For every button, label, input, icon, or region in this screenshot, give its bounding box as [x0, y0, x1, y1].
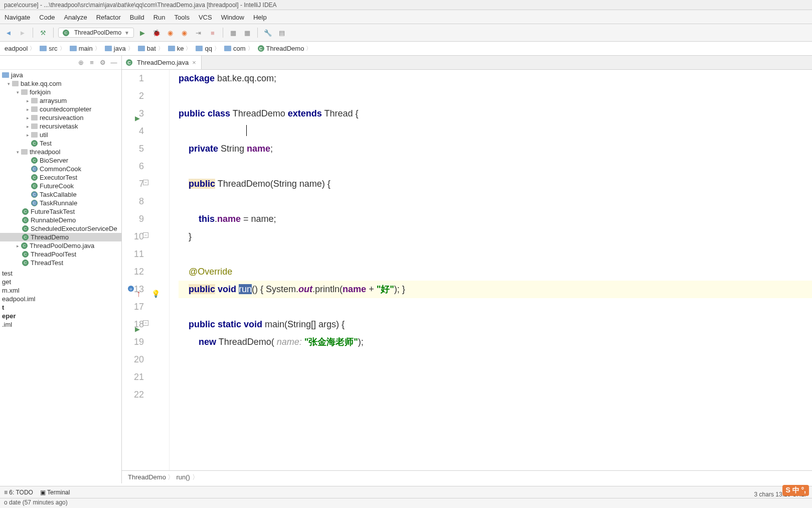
attach-icon[interactable]: ⇥ — [193, 27, 204, 38]
stop-icon[interactable]: ■ — [207, 27, 218, 38]
tree-runnabledemo[interactable]: CRunnableDemo — [0, 216, 121, 224]
locate-icon[interactable]: ⊕ — [76, 58, 85, 67]
menu-refactor[interactable]: Refactor — [92, 12, 125, 22]
menu-code[interactable]: Code — [35, 12, 59, 22]
tree-commoncook[interactable]: CCommonCook — [0, 165, 121, 173]
tree-threadpool[interactable]: ▾threadpool — [0, 148, 121, 156]
menu-run[interactable]: Run — [149, 12, 170, 22]
tree-util[interactable]: ▸util — [0, 131, 121, 139]
tree-bottom-1[interactable]: get — [0, 278, 121, 286]
arrow-down-icon[interactable]: ▾ — [5, 80, 12, 87]
arrow-right-icon[interactable]: ▸ — [24, 123, 31, 130]
tree-bottom-4[interactable]: t — [0, 303, 121, 312]
class-icon: C — [22, 208, 29, 215]
profile-icon[interactable]: ◉ — [179, 27, 190, 38]
gear-icon[interactable]: ⚙ — [98, 58, 107, 67]
tree-bottom-3[interactable]: eadpool.iml — [0, 295, 121, 303]
folder-icon — [196, 46, 203, 51]
crumb-main[interactable]: main — [68, 45, 103, 52]
class-icon: C — [22, 251, 29, 258]
crumb-src[interactable]: src — [38, 45, 68, 52]
menu-help[interactable]: Help — [249, 12, 271, 22]
tree-bioserver[interactable]: CBioServer — [0, 156, 121, 165]
tree-futurecook[interactable]: CFutureCook — [0, 182, 121, 190]
run-icon[interactable]: ▶ — [137, 27, 148, 38]
crumb-java[interactable]: java — [103, 45, 136, 52]
tab-threaddemo[interactable]: C ThreadDemo.java × — [122, 56, 202, 69]
gutter-18: 18▶− — [122, 316, 144, 333]
menu-navigate[interactable]: Navigate — [0, 12, 35, 22]
tree-forkjoin[interactable]: ▾forkjoin — [0, 88, 121, 96]
menu-window[interactable]: Window — [217, 12, 249, 22]
tree-bottom-5[interactable]: eper — [0, 312, 121, 320]
back-icon[interactable]: ◄ — [3, 27, 14, 38]
tree-test[interactable]: CTest — [0, 139, 121, 148]
tree-threadtest[interactable]: CThreadTest — [0, 259, 121, 267]
arrow-down-icon[interactable]: ▾ — [14, 89, 21, 96]
gutter-11: 11 — [122, 245, 144, 263]
forward-icon[interactable]: ► — [17, 27, 28, 38]
crumb-method[interactable]: run() — [177, 473, 199, 482]
tree-executortest[interactable]: CExecutorTest — [0, 173, 121, 182]
arrow-right-icon[interactable]: ▸ — [24, 114, 31, 121]
code-editor[interactable]: 1 2 3▶ 4 5 6 7− 8 9 10− 11 12 13o↑💡 17 1… — [122, 70, 812, 470]
crumb-qq[interactable]: qq — [194, 45, 222, 52]
fold-icon[interactable]: − — [143, 232, 148, 238]
override-icon[interactable]: o — [128, 286, 134, 292]
arrow-right-icon[interactable]: ▸ — [24, 97, 31, 104]
menu-build[interactable]: Build — [125, 12, 149, 22]
tree-threadpooldemo[interactable]: ▸CThreadPoolDemo.java — [0, 241, 121, 250]
tree-arraysum[interactable]: ▸arraysum — [0, 96, 121, 105]
fold-icon[interactable]: − — [143, 320, 148, 326]
arrow-down-icon[interactable]: ▾ — [14, 149, 21, 156]
arrow-right-icon[interactable]: ▸ — [24, 132, 31, 139]
class-icon: C — [21, 242, 28, 249]
menu-tools[interactable]: Tools — [170, 12, 194, 22]
coverage-icon[interactable]: ◉ — [165, 27, 176, 38]
crumb-bat[interactable]: bat — [136, 45, 167, 52]
layout-icon[interactable]: ▦ — [228, 27, 239, 38]
hide-icon[interactable]: — — [109, 58, 118, 67]
bulb-icon[interactable]: 💡 — [151, 285, 160, 303]
package-icon — [31, 123, 38, 129]
crumb-class[interactable]: CThreadDemo — [256, 45, 315, 52]
arrow-right-icon[interactable]: ▸ — [24, 106, 31, 113]
crumb-com[interactable]: com — [223, 45, 256, 52]
structure-icon[interactable]: ▤ — [276, 27, 287, 38]
layout2-icon[interactable]: ▦ — [242, 27, 253, 38]
code-content[interactable]: package bat.ke.qq.com; public class Thre… — [170, 70, 812, 470]
project-tree[interactable]: java ▾bat.ke.qq.com ▾forkjoin ▸arraysum … — [0, 70, 121, 483]
tree-threadpooltest[interactable]: CThreadPoolTest — [0, 250, 121, 259]
wrench-icon[interactable]: 🔧 — [262, 27, 273, 38]
crumb-class[interactable]: ThreadDemo — [128, 473, 175, 482]
debug-icon[interactable]: 🐞 — [151, 27, 162, 38]
tree-root-java[interactable]: java — [0, 71, 121, 79]
class-icon: C — [31, 200, 38, 206]
menu-vcs[interactable]: VCS — [194, 12, 217, 22]
tree-taskrunnale[interactable]: CTaskRunnale — [0, 199, 121, 207]
main-toolbar: ◄ ► ⚒ C ThreadPoolDemo ▼ ▶ 🐞 ◉ ◉ ⇥ ■ ▦ ▦… — [0, 24, 812, 42]
build-icon[interactable]: ⚒ — [38, 27, 49, 38]
crumb-ke[interactable]: ke — [167, 45, 195, 52]
tree-threaddemo[interactable]: CThreadDemo — [0, 233, 121, 241]
close-icon[interactable]: × — [191, 59, 197, 66]
tree-recursiveaction[interactable]: ▸recursiveaction — [0, 113, 121, 122]
tree-bottom-6[interactable]: .iml — [0, 320, 121, 329]
tree-countedcompleter[interactable]: ▸countedcompleter — [0, 105, 121, 113]
tree-scheduled[interactable]: CScheduledExecutorServiceDe — [0, 224, 121, 233]
tree-futuretasktest[interactable]: CFutureTaskTest — [0, 207, 121, 216]
tree-bottom-2[interactable]: m.xml — [0, 286, 121, 295]
crumb-module[interactable]: eadpool — [3, 45, 38, 52]
run-config-selector[interactable]: C ThreadPoolDemo ▼ — [58, 28, 134, 38]
tree-bottom-0[interactable]: test — [0, 269, 121, 278]
collapse-icon[interactable]: ≡ — [87, 58, 96, 67]
gutter-20: 20 — [122, 351, 144, 368]
tree-recursivetask[interactable]: ▸recursivetask — [0, 122, 121, 131]
arrow-right-icon[interactable]: ▸ — [14, 242, 21, 249]
tree-pkg[interactable]: ▾bat.ke.qq.com — [0, 79, 121, 88]
fold-icon[interactable]: − — [143, 180, 148, 185]
menu-analyze[interactable]: Analyze — [59, 12, 91, 22]
tree-taskcallable[interactable]: CTaskCallable — [0, 190, 121, 199]
folder-icon — [40, 46, 47, 51]
package-icon — [12, 81, 19, 86]
